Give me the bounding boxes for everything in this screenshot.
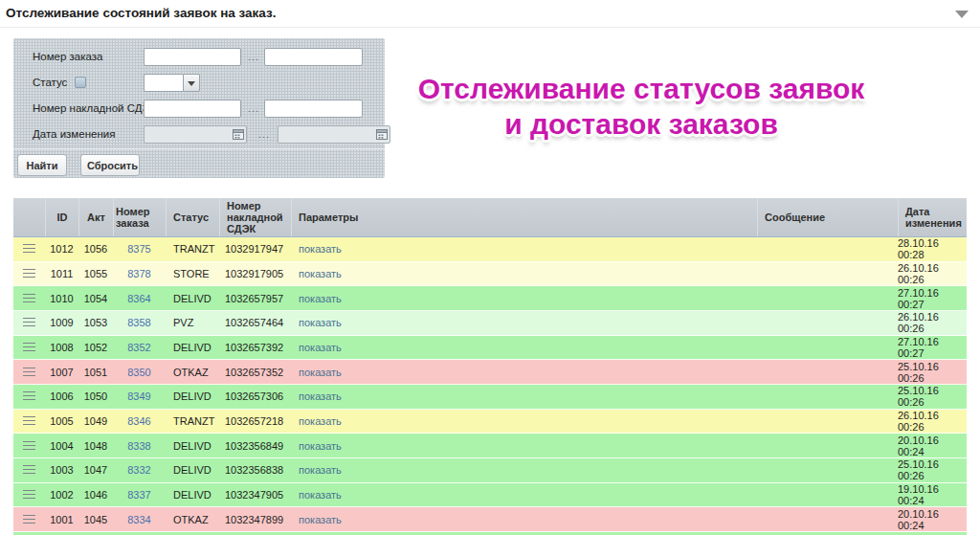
row-status: DELIVD: [166, 336, 219, 360]
show-params-link[interactable]: показать: [299, 415, 342, 427]
order-number-link[interactable]: 8364: [127, 293, 150, 304]
date-to-input[interactable]: [278, 125, 390, 144]
show-params-link[interactable]: показать: [299, 243, 342, 255]
find-button[interactable]: Найти: [17, 154, 67, 176]
order-number-link[interactable]: 8375: [127, 243, 150, 255]
row-menu-cell: [13, 507, 45, 531]
order-number-link[interactable]: 8338: [127, 440, 150, 452]
row-invoice: 1032657464: [219, 311, 291, 335]
row-menu-cell: [13, 262, 45, 286]
row-act: 1049: [78, 410, 113, 434]
calendar-icon[interactable]: [233, 128, 244, 140]
show-params-link[interactable]: показать: [299, 293, 342, 304]
show-params-link[interactable]: показать: [299, 317, 342, 328]
show-params-link[interactable]: показать: [299, 268, 342, 279]
row-invoice: 1032657352: [219, 360, 291, 384]
row-act: 1045: [78, 507, 113, 531]
row-act: 1053: [78, 311, 113, 335]
collapse-icon[interactable]: [955, 11, 969, 18]
info-icon[interactable]: [75, 77, 86, 88]
row-id: 1010: [45, 286, 78, 310]
menu-icon[interactable]: [23, 318, 35, 327]
row-date: 26.10.16 00:26: [898, 410, 967, 434]
calendar-icon[interactable]: [376, 128, 388, 140]
row-menu-cell: [13, 385, 45, 409]
table-row: 100210468337DELIVD1032347905показать19.1…: [13, 483, 967, 508]
row-date: 27.10.16 00:27: [898, 286, 967, 310]
status-select-button[interactable]: [183, 74, 200, 92]
row-params-cell: показать: [291, 336, 757, 360]
row-menu-cell: [13, 483, 45, 507]
order-number-link[interactable]: 8378: [127, 268, 150, 279]
row-order-cell: 8358: [113, 311, 166, 335]
menu-icon[interactable]: [23, 368, 35, 377]
show-params-link[interactable]: показать: [299, 489, 342, 501]
menu-icon[interactable]: [23, 416, 35, 426]
menu-icon[interactable]: [23, 465, 35, 475]
row-status: DELIVD: [166, 385, 219, 409]
row-menu-cell: [13, 286, 45, 310]
menu-icon[interactable]: [23, 269, 35, 279]
show-params-link[interactable]: показать: [299, 342, 342, 353]
order-number-link[interactable]: 8352: [127, 342, 150, 353]
orders-table: IDАктНомер заказаСтатусНомер накладной С…: [13, 198, 967, 535]
row-invoice: 1032356838: [219, 458, 291, 482]
order-number-link[interactable]: 8349: [127, 390, 150, 402]
row-id: 1003: [45, 458, 78, 482]
menu-icon[interactable]: [23, 490, 35, 500]
row-id: 1002: [45, 483, 78, 507]
menu-icon[interactable]: [23, 343, 35, 352]
show-params-link[interactable]: показать: [299, 464, 342, 476]
row-invoice: 1032347899: [219, 507, 291, 531]
menu-icon[interactable]: [23, 294, 35, 303]
row-id: 1005: [45, 410, 78, 434]
row-menu-cell: [13, 311, 45, 335]
row-status: TRANZT: [166, 237, 219, 261]
row-status: DELIVD: [166, 286, 219, 310]
row-date: 27.10.16 00:27: [898, 336, 967, 360]
row-act: 1054: [78, 286, 113, 310]
column-header: Номер накладной СДЭК: [219, 198, 291, 236]
menu-icon[interactable]: [23, 441, 35, 451]
row-invoice: 1032657306: [219, 385, 291, 409]
row-params-cell: показать: [291, 410, 757, 434]
filter-panel: Номер заказа ... Статус Номер накладной …: [13, 38, 385, 178]
order-number-link[interactable]: 8332: [127, 464, 150, 476]
row-id: 1001: [45, 507, 78, 531]
order-number-link[interactable]: 8358: [127, 317, 150, 328]
row-message: [757, 237, 898, 261]
order-number-link[interactable]: 8350: [127, 367, 150, 378]
row-act: 1046: [78, 483, 113, 507]
show-params-link[interactable]: показать: [299, 514, 342, 525]
divider: [13, 147, 385, 149]
order-number-to-input[interactable]: [264, 48, 363, 66]
invoice-from-input[interactable]: [144, 100, 241, 118]
show-params-link[interactable]: показать: [299, 367, 342, 378]
row-message: [757, 483, 898, 507]
order-number-link[interactable]: 8334: [127, 514, 150, 525]
row-status: OTKAZ: [166, 507, 219, 531]
reset-button[interactable]: Сбросить: [80, 154, 140, 176]
order-number-link[interactable]: 8337: [127, 489, 150, 501]
menu-icon[interactable]: [23, 391, 35, 401]
menu-icon[interactable]: [23, 244, 35, 254]
menu-icon[interactable]: [23, 515, 35, 524]
table-row: 100510498346TRANZT1032657218показать26.1…: [13, 410, 967, 435]
status-select[interactable]: [144, 74, 183, 92]
table-body: 101210568375TRANZT1032917947показать28.1…: [13, 237, 967, 532]
invoice-to-input[interactable]: [264, 100, 363, 118]
date-from-input[interactable]: [144, 125, 247, 144]
row-message: [757, 262, 898, 286]
row-message: [757, 434, 898, 457]
show-params-link[interactable]: показать: [299, 440, 342, 452]
column-header: ID: [45, 198, 78, 236]
order-number-link[interactable]: 8346: [127, 415, 150, 427]
row-menu-cell: [13, 410, 45, 434]
order-number-from-input[interactable]: [144, 48, 241, 66]
row-order-cell: 8332: [113, 458, 166, 482]
row-act: 1050: [78, 385, 113, 409]
show-params-link[interactable]: показать: [299, 390, 342, 402]
row-params-cell: показать: [291, 385, 757, 409]
date-label: Дата изменения: [33, 128, 115, 140]
dropdown-arrow-icon: [188, 81, 195, 86]
